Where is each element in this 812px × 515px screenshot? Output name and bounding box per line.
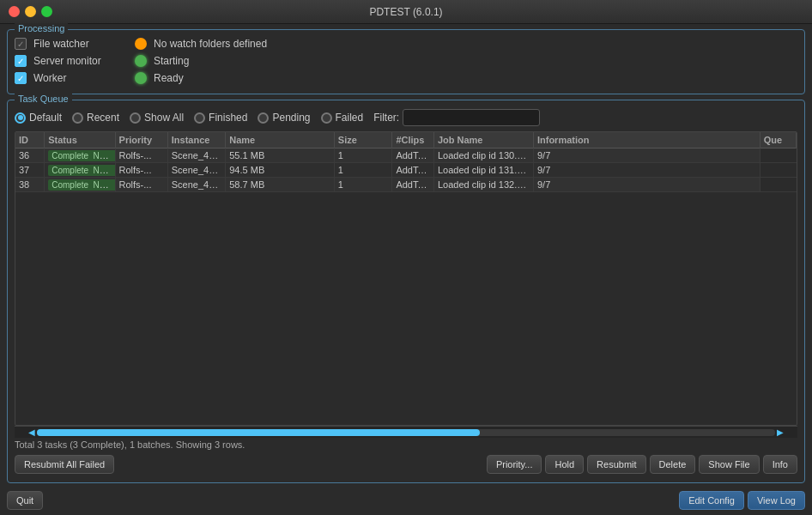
cell-que: 9/7 — [533, 178, 760, 192]
window-title: PDTEST (6.0.1) — [369, 6, 442, 18]
cell-clips: 1 — [334, 178, 392, 192]
file-watcher-status: No watch folders defined — [154, 38, 267, 50]
footer-right-buttons: Edit Config View Log — [679, 491, 805, 510]
radio-failed-label: Failed — [336, 112, 364, 124]
col-header-status: Status — [45, 132, 115, 148]
radio-failed-circle — [321, 112, 332, 124]
radio-pending-label: Pending — [272, 112, 310, 124]
task-table: ID Status Priority Instance Name Size #C… — [15, 132, 797, 192]
col-header-que: Que — [760, 132, 796, 148]
cell-status: Complete Normal — [45, 148, 115, 163]
col-header-priority: Priority — [115, 132, 167, 148]
view-log-button[interactable]: View Log — [748, 491, 805, 510]
close-button[interactable] — [9, 6, 20, 17]
cell-status: Complete Normal — [45, 163, 115, 178]
hold-button[interactable]: Hold — [545, 455, 584, 474]
cell-name: Scene_43B.mov — [167, 178, 226, 192]
filter-radio-group: Default Recent Show All Finished Pending — [15, 112, 363, 124]
filter-row: Default Recent Show All Finished Pending — [15, 106, 797, 131]
scroll-thumb[interactable] — [37, 429, 480, 436]
task-queue-label: Task Queue — [15, 94, 72, 104]
minimize-button[interactable] — [25, 6, 36, 17]
radio-show-all-label: Show All — [144, 112, 184, 124]
delete-button[interactable]: Delete — [650, 455, 696, 474]
info-button[interactable]: Info — [763, 455, 797, 474]
cell-clips: 1 — [334, 163, 392, 178]
cell-information: Loaded clip id 130.3 'Scene_43.mov' from… — [433, 148, 533, 163]
radio-pending[interactable]: Pending — [258, 112, 310, 124]
radio-finished-circle — [194, 112, 205, 124]
cell-clips: 1 — [334, 148, 392, 163]
cell-instance: Rolfs-... — [115, 178, 167, 192]
quit-button[interactable]: Quit — [7, 491, 43, 510]
table-row[interactable]: 38 Complete Normal Normal Rolfs-... Scen… — [15, 178, 797, 192]
cell-que: 9/7 — [533, 163, 760, 178]
table-row[interactable]: 36 Complete Normal Normal Rolfs-... Scen… — [15, 148, 797, 163]
cell-job-name: AddTagsToFiles — [392, 163, 434, 178]
worker-row: ✓ Worker Ready — [15, 70, 797, 87]
file-watcher-row: ✓ File watcher No watch folders defined — [15, 35, 797, 52]
maximize-button[interactable] — [41, 6, 52, 17]
scroll-track[interactable] — [37, 429, 775, 436]
edit-config-button[interactable]: Edit Config — [679, 491, 744, 510]
filter-input[interactable] — [403, 109, 540, 126]
radio-show-all[interactable]: Show All — [130, 112, 184, 124]
resubmit-button[interactable]: Resubmit — [587, 455, 645, 474]
cell-information: Loaded clip id 131.3 'Scene_43A.mov' fro… — [433, 163, 533, 178]
processing-section: Processing ✓ File watcher No watch folde… — [7, 29, 805, 94]
resubmit-all-failed-button[interactable]: Resubmit All Failed — [15, 455, 114, 474]
cell-size: 55.1 MB — [226, 148, 335, 163]
file-watcher-dot — [135, 38, 147, 50]
col-header-size: Size — [334, 132, 392, 148]
show-file-button[interactable]: Show File — [699, 455, 759, 474]
col-header-id: ID — [15, 132, 45, 148]
server-monitor-row: ✓ Server monitor Starting — [15, 52, 797, 70]
radio-failed[interactable]: Failed — [321, 112, 364, 124]
radio-default-label: Default — [29, 112, 62, 124]
processing-label: Processing — [15, 23, 68, 33]
priority-button[interactable]: Priority... — [487, 455, 542, 474]
filter-wrapper: 🔍 — [403, 109, 540, 126]
col-header-instance: Instance — [167, 132, 226, 148]
scroll-left-arrow[interactable]: ◀ — [27, 427, 37, 437]
radio-finished-label: Finished — [209, 112, 247, 124]
cell-instance: Rolfs-... — [115, 163, 167, 178]
radio-recent[interactable]: Recent — [72, 112, 119, 124]
worker-dot — [135, 72, 147, 84]
radio-recent-circle — [72, 112, 83, 124]
filter-text-label: Filter: — [373, 112, 399, 124]
window-controls[interactable] — [9, 6, 52, 17]
cell-id: 38 — [15, 178, 45, 192]
cell-instance: Rolfs-... — [115, 148, 167, 163]
server-monitor-status: Starting — [154, 55, 189, 67]
cell-size: 58.7 MB — [226, 178, 335, 192]
radio-show-all-circle — [130, 112, 141, 124]
cell-name: Scene_43A.mov — [167, 163, 226, 178]
cell-id: 37 — [15, 163, 45, 178]
action-buttons-row: Resubmit All Failed Priority... Hold Res… — [15, 451, 797, 476]
worker-status: Ready — [154, 72, 184, 84]
cell-job-name: AddTagsToFiles — [392, 178, 434, 192]
cell-size: 94.5 MB — [226, 163, 335, 178]
col-header-job: Job Name — [433, 132, 533, 148]
table-container: ID Status Priority Instance Name Size #C… — [15, 131, 797, 438]
status-bar: Total 3 tasks (3 Complete), 1 batches. S… — [15, 438, 797, 451]
footer-row: Quit Edit Config View Log — [7, 488, 805, 510]
scroll-right-arrow[interactable]: ▶ — [775, 427, 785, 437]
titlebar: PDTEST (6.0.1) — [0, 0, 812, 24]
task-queue-section: Task Queue Default Recent Show All — [7, 100, 805, 483]
left-button-group: Resubmit All Failed — [15, 455, 114, 474]
radio-pending-circle — [258, 112, 269, 124]
file-watcher-checkbox[interactable]: ✓ — [15, 38, 27, 50]
radio-finished[interactable]: Finished — [194, 112, 247, 124]
col-header-name: Name — [226, 132, 335, 148]
cell-name: Scene_43.mov — [167, 148, 226, 163]
scrollbar-area: ◀ ▶ — [15, 426, 797, 438]
cell-id: 36 — [15, 148, 45, 163]
server-monitor-checkbox[interactable]: ✓ — [15, 55, 27, 67]
radio-default[interactable]: Default — [15, 112, 62, 124]
cell-information: Loaded clip id 132.3 'Scene_43B.mov' fro… — [433, 178, 533, 192]
col-header-info: Information — [533, 132, 760, 148]
table-row[interactable]: 37 Complete Normal Normal Rolfs-... Scen… — [15, 163, 797, 178]
worker-checkbox[interactable]: ✓ — [15, 72, 27, 84]
